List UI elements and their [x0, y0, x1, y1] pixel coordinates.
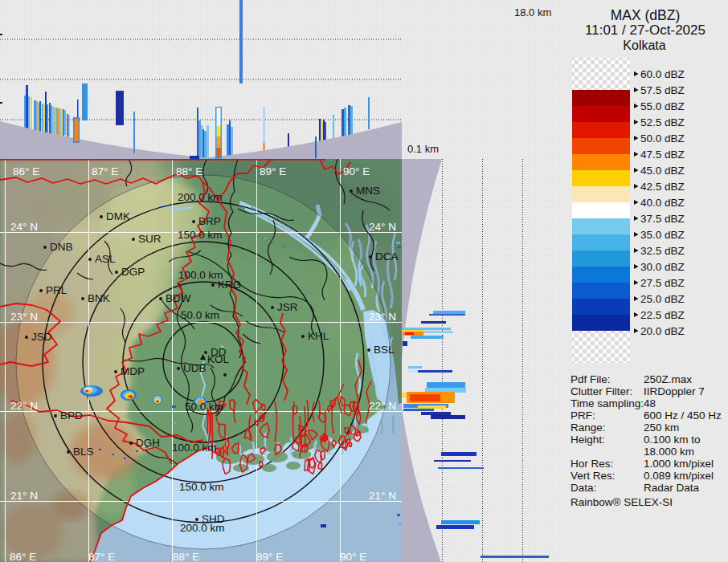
svg-text:Clutter Filter:: Clutter Filter: [571, 385, 632, 397]
svg-text:32.5 dBZ: 32.5 dBZ [640, 245, 685, 257]
svg-text:Pdf File:: Pdf File: [571, 373, 611, 385]
svg-text:0.1 km: 0.1 km [407, 143, 439, 155]
svg-text:KOL: KOL [207, 353, 230, 365]
svg-text:250Z.max: 250Z.max [644, 373, 692, 385]
svg-text:90° E: 90° E [343, 165, 370, 177]
svg-text:ASL: ASL [95, 253, 116, 265]
svg-text:88° E: 88° E [173, 551, 199, 562]
svg-text:Height:: Height: [571, 434, 605, 446]
svg-text:48: 48 [644, 397, 656, 409]
svg-text:Time sampling:: Time sampling: [571, 397, 644, 409]
svg-text:23° N: 23° N [10, 311, 38, 323]
svg-text:600 Hz / 450 Hz: 600 Hz / 450 Hz [644, 409, 722, 422]
svg-text:BDW: BDW [166, 292, 191, 304]
svg-text:21° N: 21° N [369, 490, 396, 502]
svg-text:SHD: SHD [202, 513, 225, 525]
svg-text:24° N: 24° N [10, 221, 38, 233]
svg-text:DGH: DGH [136, 437, 160, 449]
svg-text:87° E: 87° E [92, 165, 118, 177]
svg-text:Data:: Data: [571, 482, 596, 494]
svg-text:0.100 km to: 0.100 km to [644, 434, 701, 446]
svg-text:21° N: 21° N [10, 490, 38, 502]
svg-text:Range:: Range: [571, 422, 606, 434]
svg-text:KHL: KHL [308, 330, 329, 342]
svg-text:Rainbow® SELEX-SI: Rainbow® SELEX-SI [571, 496, 673, 508]
svg-text:20.0 dBZ: 20.0 dBZ [640, 325, 685, 337]
svg-text:86° E: 86° E [13, 165, 39, 177]
svg-text:18.000 km: 18.000 km [644, 446, 694, 458]
svg-text:Radar Data: Radar Data [644, 482, 700, 494]
svg-text:25.0 dBZ: 25.0 dBZ [640, 293, 685, 305]
svg-text:40.0 dBZ: 40.0 dBZ [640, 197, 685, 209]
svg-text:DGP: DGP [121, 266, 145, 278]
svg-text:SUR: SUR [138, 233, 162, 245]
svg-text:45.0 dBZ: 45.0 dBZ [640, 165, 685, 177]
svg-text:42.5 dBZ: 42.5 dBZ [640, 181, 685, 193]
svg-text:MDP: MDP [121, 365, 145, 377]
svg-text:30.0 dBZ: 30.0 dBZ [640, 261, 685, 273]
svg-text:89° E: 89° E [260, 165, 286, 177]
svg-text:KRG: KRG [218, 279, 241, 291]
svg-text:0.089 km/pixel: 0.089 km/pixel [644, 470, 714, 482]
svg-text:UDB: UDB [183, 362, 207, 374]
svg-text:JSD: JSD [31, 331, 52, 343]
svg-text:250 km: 250 km [644, 422, 679, 434]
svg-text:DNB: DNB [50, 241, 73, 253]
svg-text:Kolkata: Kolkata [623, 39, 665, 52]
svg-text:200.0 km: 200.0 km [178, 191, 223, 203]
svg-text:88° E: 88° E [176, 165, 202, 177]
svg-text:BRP: BRP [198, 215, 221, 227]
svg-text:52.5 dBZ: 52.5 dBZ [640, 116, 685, 128]
svg-text:MAX (dBZ): MAX (dBZ) [611, 7, 681, 23]
svg-text:60.0 dBZ: 60.0 dBZ [640, 68, 685, 80]
svg-text:BPD: BPD [60, 409, 83, 422]
svg-text:Hor Res:: Hor Res: [571, 458, 613, 470]
svg-text:35.0 dBZ: 35.0 dBZ [640, 229, 685, 241]
svg-text:1.000 km/pixel: 1.000 km/pixel [644, 458, 714, 470]
svg-text:50.0 km: 50.0 km [181, 309, 219, 321]
svg-text:22° N: 22° N [369, 400, 396, 412]
svg-text:11:01 / 27-Oct-2025: 11:01 / 27-Oct-2025 [585, 22, 706, 38]
svg-text:50.0 dBZ: 50.0 dBZ [640, 132, 685, 145]
svg-text:JSR: JSR [277, 301, 298, 313]
svg-text:DMK: DMK [106, 210, 130, 222]
svg-text:BNK: BNK [88, 292, 110, 304]
svg-text:27.5 dBZ: 27.5 dBZ [640, 277, 685, 289]
svg-text:87° E: 87° E [88, 551, 115, 562]
svg-text:86° E: 86° E [10, 551, 36, 562]
svg-text:BSL: BSL [374, 344, 395, 356]
svg-text:BLS: BLS [73, 446, 94, 458]
svg-text:90° E: 90° E [340, 551, 366, 562]
svg-text:37.5 dBZ: 37.5 dBZ [640, 213, 685, 225]
svg-text:100.0 km: 100.0 km [172, 442, 217, 454]
svg-text:22.5 dBZ: 22.5 dBZ [640, 309, 685, 321]
svg-text:47.5 dBZ: 47.5 dBZ [640, 149, 685, 161]
svg-text:150.0 km: 150.0 km [178, 229, 223, 241]
svg-text:DCA: DCA [375, 250, 399, 263]
svg-text:50.0 km: 50.0 km [185, 401, 223, 413]
svg-text:57.5 dBZ: 57.5 dBZ [640, 84, 685, 96]
svg-text:PRL: PRL [46, 284, 67, 296]
svg-text:23° N: 23° N [369, 311, 396, 323]
svg-text:Vert Res:: Vert Res: [571, 470, 616, 482]
svg-text:89° E: 89° E [256, 551, 283, 562]
svg-text:24° N: 24° N [369, 221, 396, 233]
svg-text:100.0 km: 100.0 km [178, 269, 223, 281]
svg-text:18.0 km: 18.0 km [514, 6, 551, 18]
svg-text:55.0 dBZ: 55.0 dBZ [640, 100, 685, 112]
svg-text:MNS: MNS [356, 185, 380, 197]
svg-text:150.0 km: 150.0 km [179, 481, 224, 493]
svg-text:PRF:: PRF: [571, 409, 595, 422]
svg-text:IIRDoppler 7: IIRDoppler 7 [644, 385, 705, 397]
svg-text:22° N: 22° N [10, 400, 38, 412]
